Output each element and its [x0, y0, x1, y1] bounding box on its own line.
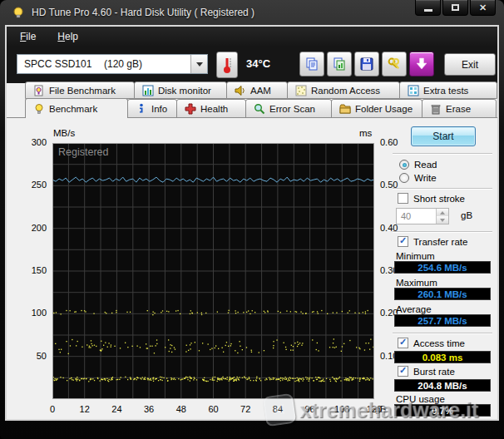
transfer-rate-checkbox[interactable]: Transfer rate [398, 236, 467, 247]
access-time-value: 0.083 ms [394, 351, 491, 363]
tab-random-access[interactable]: Random Access [287, 81, 400, 99]
tab-benchmark[interactable]: Benchmark [25, 98, 128, 118]
short-stroke-label: Short stroke [413, 194, 465, 204]
chart-plot-area [52, 143, 374, 399]
app-window: HD Tune Pro 4.60 - Hard Disk Utility ( R… [0, 0, 504, 439]
x-axis-tick-label: 12 [68, 404, 101, 414]
keys-icon [387, 57, 402, 72]
tab-info[interactable]: Info [127, 99, 177, 118]
checkbox-icon [398, 338, 408, 348]
tab-health[interactable]: Health [176, 99, 246, 118]
tab-label: Folder Usage [355, 104, 413, 114]
exit-button[interactable]: Exit [444, 53, 496, 76]
short-stroke-checkbox[interactable]: Short stroke [398, 193, 465, 204]
cpu-usage-label: CPU usage [396, 394, 445, 404]
right-axis-unit-label: ms [359, 128, 372, 138]
close-button[interactable]: ✕ [470, 0, 496, 16]
x-axis-tick-label: 24 [100, 404, 133, 414]
window-controls: ✕ [415, 0, 496, 16]
write-label: Write [414, 173, 437, 183]
save-floppy-icon [359, 57, 374, 72]
cpu-usage-value: 0.7% [394, 404, 491, 417]
burst-rate-label: Burst rate [413, 367, 455, 377]
menu-bar: File Help [7, 27, 497, 47]
radio-icon [399, 173, 409, 183]
download-arrow-icon [414, 57, 429, 72]
tab-aam[interactable]: AAM [226, 81, 288, 99]
x-axis-tick-label: 72 [229, 404, 262, 414]
temperature-button[interactable] [216, 52, 238, 78]
left-axis-tick-label: 50 [7, 351, 47, 361]
maximize-button[interactable] [442, 0, 468, 16]
drive-selector-dropdown[interactable]: SPCC SSD101 (120 gB) [17, 54, 208, 74]
benchmark-controls-panel: Start Read Write Short stroke 40 gB [388, 118, 497, 420]
minimize-icon [424, 9, 432, 12]
title-bar: HD Tune Pro 4.60 - Hard Disk Utility ( R… [0, 0, 504, 25]
spinner-buttons[interactable] [436, 209, 448, 224]
read-label: Read [414, 160, 437, 170]
close-icon: ✕ [479, 2, 487, 13]
minimum-value: 254.6 MB/s [394, 261, 491, 274]
tab-disk-monitor[interactable]: Disk monitor [134, 81, 227, 99]
tab-label: Erase [446, 104, 471, 114]
registered-watermark: Registered [58, 146, 108, 158]
error-scan-magnifier-icon [254, 103, 265, 115]
dropdown-arrow-icon [190, 55, 207, 73]
burst-rate-checkbox[interactable]: Burst rate [398, 366, 455, 377]
spinner-down-icon[interactable] [437, 216, 448, 224]
tab-folder-usage[interactable]: Folder Usage [331, 99, 422, 118]
average-value: 257.7 MB/s [394, 314, 491, 327]
x-axis-tick-label: 96 [294, 404, 327, 414]
short-stroke-size-stepper[interactable]: 40 [396, 208, 449, 224]
radio-icon [399, 160, 409, 170]
spinner-up-icon[interactable] [437, 209, 448, 216]
separator [393, 333, 492, 334]
tab-error-scan[interactable]: Error Scan [245, 99, 332, 118]
access-time-checkbox[interactable]: Access time [398, 338, 465, 348]
x-axis-tick-label: 48 [165, 404, 198, 414]
app-lightbulb-icon [12, 6, 25, 19]
file-benchmark-icon [33, 85, 45, 96]
left-axis-tick-label: 150 [7, 265, 47, 275]
copy-screenshot-button[interactable] [327, 52, 352, 76]
thermometer-icon [221, 55, 233, 75]
tab-label: Random Access [311, 86, 380, 96]
x-axis-tick-label: 60 [197, 404, 230, 414]
health-cross-icon [185, 103, 196, 115]
x-axis-tick-label: 108 [325, 404, 358, 414]
benchmark-lightbulb-icon [33, 103, 45, 115]
benchmark-chart: MB/s ms Registered 501001502002503000.10… [7, 118, 386, 420]
checkbox-icon [398, 236, 408, 247]
write-radio[interactable]: Write [399, 173, 437, 183]
tab-label: Benchmark [49, 104, 97, 114]
x-axis-tick-label: 84 [261, 404, 294, 414]
tab-extra-tests[interactable]: Extra tests [399, 81, 497, 99]
separator [393, 188, 492, 190]
random-access-icon [295, 85, 307, 96]
left-axis-tick-label: 100 [7, 308, 47, 318]
tab-file-benchmark[interactable]: File Benchmark [25, 81, 135, 99]
toolbar: SPCC SSD101 (120 gB) 34°C [7, 47, 497, 83]
disk-monitor-icon [142, 85, 154, 96]
minimize-button[interactable] [415, 0, 441, 16]
left-axis-tick-label: 200 [7, 223, 47, 233]
save-button[interactable] [354, 52, 379, 76]
tab-label: Disk monitor [158, 86, 211, 96]
tab-label: Error Scan [269, 104, 315, 114]
x-axis-unit-label: gB [375, 404, 386, 414]
read-radio[interactable]: Read [399, 160, 437, 170]
tab-erase[interactable]: Erase [422, 99, 497, 118]
menu-file[interactable]: File [12, 27, 44, 46]
trash-icon [430, 103, 442, 115]
tab-label: Info [151, 104, 167, 114]
options-keys-button[interactable] [382, 52, 407, 76]
start-button[interactable]: Start [411, 126, 476, 146]
left-axis-tick-label: 300 [7, 137, 47, 147]
menu-help[interactable]: Help [49, 27, 86, 46]
copy-text-button[interactable] [299, 52, 324, 76]
tab-row-primary: Benchmark Info Health Error Scan Folder … [25, 99, 497, 118]
client-area: File Help SPCC SSD101 (120 gB) 34°C [5, 25, 499, 421]
update-download-button[interactable] [409, 52, 434, 76]
average-label: Average [396, 304, 432, 314]
maximize-icon [452, 4, 459, 11]
